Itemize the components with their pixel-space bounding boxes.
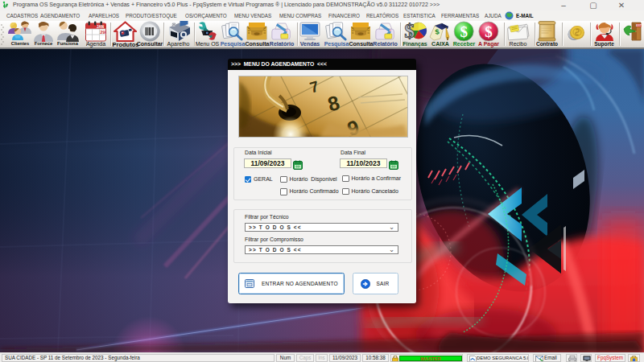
svg-text:$: $ [460, 23, 469, 40]
svg-text:$: $ [404, 21, 415, 42]
svg-text:JAN: JAN [97, 25, 104, 29]
svg-text:$: $ [485, 23, 493, 40]
svg-text:EXIT: EXIT [636, 24, 642, 27]
svg-text:29: 29 [100, 30, 105, 35]
